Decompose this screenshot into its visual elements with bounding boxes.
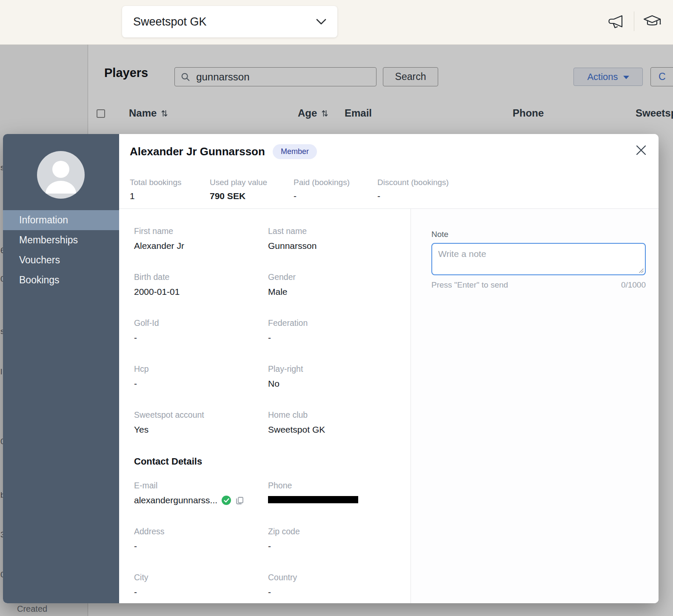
field-label: Country (268, 573, 402, 582)
field-value: Alexander Jr (134, 241, 268, 251)
form-row-contact: E-mail alexandergunnarss... Phone (134, 481, 411, 505)
modal-header: Alexander Jr Gunnarsson Member (130, 144, 317, 159)
field-label: Address (134, 527, 268, 536)
field-value: Male (268, 287, 402, 297)
note-input-wrap (431, 243, 646, 275)
topbar-actions (606, 10, 662, 32)
member-badge: Member (273, 144, 317, 159)
field-value: - (134, 379, 268, 389)
close-button[interactable] (632, 141, 650, 159)
field-value: Yes (134, 425, 268, 435)
close-icon (635, 144, 647, 156)
note-label: Note (431, 230, 645, 239)
avatar (37, 151, 85, 199)
player-info-form: First nameAlexander Jr Last nameGunnarss… (119, 209, 411, 603)
sidebar-item-memberships[interactable]: Memberships (3, 230, 119, 250)
note-panel: Note Press "Enter" to send 0/1000 (411, 209, 659, 603)
megaphone-icon (607, 14, 625, 29)
announcements-button[interactable] (606, 11, 626, 31)
player-details-modal: Information Memberships Vouchers Booking… (3, 134, 659, 603)
note-counter: 0/1000 (621, 280, 646, 290)
player-name: Alexander Jr Gunnarsson (130, 145, 265, 158)
club-selector-value: Sweetspot GK (133, 15, 207, 29)
topbar-divider (634, 11, 634, 31)
field-label: City (134, 573, 268, 582)
stat-discount-bookings: Discount (bookings) - (377, 178, 449, 201)
field-value: - (268, 541, 402, 551)
field-label: E-mail (134, 481, 268, 491)
field-label: Phone (268, 481, 402, 491)
modal-menu: Information Memberships Vouchers Booking… (3, 210, 119, 290)
form-row: City- Country- (134, 573, 411, 597)
contact-details-heading: Contact Details (134, 456, 411, 467)
sidebar-item-information[interactable]: Information (3, 210, 119, 230)
field-value: - (268, 333, 402, 343)
graduation-cap-icon (643, 14, 662, 29)
form-row: Birth date2000-01-01 GenderMale (134, 272, 411, 297)
field-label: Hcp (134, 364, 268, 374)
field-label: First name (134, 226, 268, 236)
stat-used-play-value: Used play value 790 SEK (210, 178, 294, 201)
field-label: Last name (268, 226, 402, 236)
person-icon (37, 151, 85, 199)
field-label: Zip code (268, 527, 402, 536)
note-input[interactable] (431, 243, 646, 275)
field-label: Sweetspot account (134, 410, 268, 420)
modal-main: Alexander Jr Gunnarsson Member Total boo… (119, 134, 659, 603)
modal-sidebar: Information Memberships Vouchers Booking… (3, 134, 119, 603)
form-row: First nameAlexander Jr Last nameGunnarss… (134, 226, 411, 251)
form-row: Sweetspot accountYes Home clubSweetspot … (134, 410, 411, 435)
form-row: Golf-Id- Federation- (134, 318, 411, 343)
field-value: - (134, 541, 268, 551)
field-label: Birth date (134, 272, 268, 282)
email-value-row: alexandergunnarss... (134, 495, 268, 505)
field-value: - (268, 587, 402, 597)
copy-icon[interactable] (235, 496, 244, 505)
email-value: alexandergunnarss... (134, 495, 217, 505)
phone-value-redacted (268, 496, 358, 503)
player-stats: Total bookings 1 Used play value 790 SEK… (130, 178, 449, 201)
field-value: 2000-01-01 (134, 287, 268, 297)
club-selector-dropdown[interactable]: Sweetspot GK (122, 6, 337, 37)
note-hint: Press "Enter" to send (431, 280, 508, 290)
sidebar-item-bookings[interactable]: Bookings (3, 270, 119, 290)
field-value: - (134, 587, 268, 597)
field-label: Golf-Id (134, 318, 268, 328)
form-row: Address- Zip code- (134, 527, 411, 551)
topbar: Sweetspot GK (0, 0, 673, 45)
field-label: Federation (268, 318, 402, 328)
form-row: Hcp- Play-rightNo (134, 364, 411, 389)
field-label: Home club (268, 410, 402, 420)
field-value: - (134, 333, 268, 343)
verified-check-icon (222, 496, 231, 505)
chevron-down-icon (316, 19, 326, 25)
academy-button[interactable] (642, 11, 662, 31)
field-label: Gender (268, 272, 402, 282)
field-value: Sweetspot GK (268, 425, 402, 435)
sidebar-item-vouchers[interactable]: Vouchers (3, 250, 119, 270)
note-meta: Press "Enter" to send 0/1000 (431, 280, 646, 290)
resize-handle[interactable] (638, 268, 644, 273)
stat-total-bookings: Total bookings 1 (130, 178, 210, 201)
field-value: Gunnarsson (268, 241, 402, 251)
field-value: No (268, 379, 402, 389)
stat-paid-bookings: Paid (bookings) - (294, 178, 377, 201)
field-label: Play-right (268, 364, 402, 374)
